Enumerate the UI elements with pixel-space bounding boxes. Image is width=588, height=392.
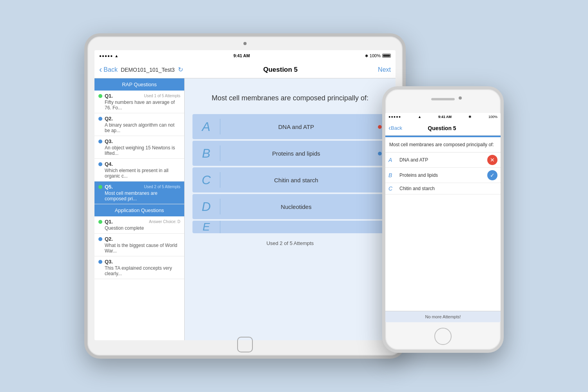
rap-q4-number: Q4. (105, 161, 113, 167)
iphone-time: 9:41 AM (438, 115, 452, 119)
sidebar-item-rap-q5[interactable]: Q5. Used 2 of 5 Attempts Most cell membr… (94, 181, 184, 204)
back-button[interactable]: Back (99, 65, 118, 74)
answer-text-c: Chitin and starch (220, 177, 372, 183)
app-q3-number: Q3. (105, 259, 113, 265)
iphone-screen: ●●●●● ▲ 9:41 AM ✱ 100% ‹ Back Question 5… (385, 113, 501, 322)
iphone-camera (459, 96, 462, 100)
iphone-answer-b[interactable]: B Proteins and lipids ✓ (385, 168, 501, 183)
iphone-answer-text-c: Chitin and starch (399, 186, 497, 191)
answer-letter-e: E (192, 221, 220, 233)
dot-blue-icon (98, 162, 102, 166)
sidebar: RAP Questions Q1. Used 1 of 5 Attempts F… (94, 78, 185, 340)
answer-letter-b: B (192, 146, 220, 161)
ipad-status-bar: ●●●●● ▲ 9:41 AM ✱ 100% (94, 50, 396, 61)
dot-blue-icon (98, 117, 102, 121)
iphone-answer-c[interactable]: C Chitin and starch (385, 183, 501, 194)
iphone-device: ●●●●● ▲ 9:41 AM ✱ 100% ‹ Back Question 5… (382, 86, 504, 353)
wifi-icon: ▲ (114, 54, 118, 58)
battery-icon (382, 54, 391, 58)
rap-q1-number: Q1. (105, 93, 113, 99)
main-question-area: Most cell membranes are composed princip… (185, 78, 396, 340)
rap-q4-text: Which element is present in all organic … (98, 168, 180, 179)
test-title: DEMO101_101_Test3 (121, 67, 175, 73)
sidebar-item-rap-q3[interactable]: Q3. An object weighing 15 Newtons is lif… (94, 136, 184, 159)
app-section-header: Application Questions (94, 204, 184, 216)
iphone-nav-bar: ‹ Back Question 5 (385, 121, 501, 136)
iphone-answer-a[interactable]: A DNA and ATP ✕ (385, 152, 501, 168)
question-nav-title: Question 5 (263, 66, 298, 74)
status-left: ●●●●● ▲ (99, 54, 118, 58)
answer-option-d[interactable]: D Nucleotides (192, 194, 388, 219)
iphone-correct-icon: ✓ (487, 170, 497, 180)
dot-green-icon (98, 185, 102, 189)
rap-q5-number: Q5. (105, 184, 113, 190)
back-chevron-icon (99, 65, 102, 74)
sidebar-item-app-q3[interactable]: Q3. This TA explained concepts very clea… (94, 256, 184, 279)
rap-q1-text: Fifty numbers have an average of 76. Fo.… (98, 100, 180, 111)
iphone-answer-letter-b: B (388, 172, 396, 178)
iphone-answer-letter-c: C (388, 185, 396, 192)
sidebar-item-app-q1[interactable]: Q1. Answer Choice: D Question complete (94, 216, 184, 234)
iphone-answer-text-a: DNA and ATP (399, 157, 484, 163)
iphone-question-text: Most cell membranes are composed princip… (385, 137, 501, 152)
dot-blue-icon (98, 260, 102, 264)
answer-text-b: Proteins and lipids (220, 150, 372, 157)
answer-text-d: Nucleotides (220, 203, 372, 210)
rap-q2-number: Q2. (105, 116, 113, 122)
iphone-speaker (431, 98, 455, 100)
iphone-back-button[interactable]: ‹ Back (388, 124, 402, 132)
rap-q3-text: An object weighing 15 Newtons is lifted.… (98, 145, 180, 156)
app-q1-attempts: Answer Choice: D (149, 220, 180, 224)
ipad-content: RAP Questions Q1. Used 1 of 5 Attempts F… (94, 78, 396, 340)
ipad-device: ●●●●● ▲ 9:41 AM ✱ 100% Back DEMO101_101_… (84, 33, 406, 359)
iphone-back-label: Back (391, 125, 402, 131)
answer-option-b[interactable]: B Proteins and lipids ● (192, 141, 388, 166)
answer-options: A DNA and ATP ● B Proteins and lipids ● (185, 110, 396, 237)
sidebar-item-rap-q2[interactable]: Q2. A binary search algorithm can not be… (94, 113, 184, 136)
sidebar-item-rap-q1[interactable]: Q1. Used 1 of 5 Attempts Fifty numbers h… (94, 91, 184, 113)
attempts-footer: Used 2 of 5 Attempts (185, 237, 396, 249)
iphone-home-button[interactable] (434, 328, 452, 345)
iphone-bluetooth-icon: ✱ (468, 115, 472, 119)
iphone-content: Most cell membranes are composed princip… (385, 136, 501, 311)
ipad-nav-bar: Back DEMO101_101_Test3 ↻ Question 5 Next (94, 61, 396, 78)
rap-q3-number: Q3. (105, 138, 113, 144)
question-text: Most cell membranes are composed princip… (185, 78, 396, 110)
answer-option-e[interactable]: E (192, 221, 388, 233)
answer-letter-a: A (192, 120, 220, 134)
sidebar-item-app-q2[interactable]: Q2. What is the biggest cause of World W… (94, 234, 184, 256)
rap-q1-attempts: Used 1 of 5 Attempts (144, 94, 180, 98)
dot-green-icon (98, 94, 102, 98)
iphone-question-title: Question 5 (428, 125, 456, 131)
iphone-wrong-icon: ✕ (487, 155, 497, 165)
iphone-status-bar: ●●●●● ▲ 9:41 AM ✱ 100% (385, 113, 501, 121)
ipad-camera (243, 42, 247, 45)
rap-q2-text: A binary search algorithm can not be ap.… (98, 122, 180, 133)
app-q1-text: Question complete (98, 225, 180, 231)
answer-option-c[interactable]: C Chitin and starch (192, 167, 388, 192)
signal-dots: ●●●●● (99, 54, 113, 58)
iphone-footer: No more Attempts! (385, 311, 501, 322)
app-q2-number: Q2. (105, 236, 113, 242)
ipad-screen: ●●●●● ▲ 9:41 AM ✱ 100% Back DEMO101_101_… (94, 50, 396, 340)
status-right: ✱ 100% (365, 53, 391, 58)
app-q1-number: Q1. (105, 219, 113, 225)
bluetooth-icon: ✱ (365, 54, 368, 58)
ipad-home-button[interactable] (237, 337, 253, 352)
reload-icon[interactable]: ↻ (178, 66, 183, 73)
iphone-wifi-icon: ▲ (418, 115, 421, 119)
app-q3-text: This TA explained concepts very clearly.… (98, 265, 180, 276)
iphone-answer-letter-a: A (388, 157, 396, 163)
dot-blue-icon (98, 237, 102, 241)
iphone-signal: ●●●●● (388, 115, 401, 119)
answer-text-a: DNA and ATP (220, 123, 372, 130)
ipad-time: 9:41 AM (234, 53, 250, 58)
iphone-answer-text-b: Proteins and lipids (399, 172, 484, 178)
next-button[interactable]: Next (378, 66, 391, 73)
battery-pct: 100% (370, 53, 381, 58)
back-label: Back (103, 66, 118, 73)
app-q2-text: What is the biggest cause of World War..… (98, 243, 180, 254)
answer-option-a[interactable]: A DNA and ATP ● (192, 114, 388, 139)
answer-divider (220, 221, 220, 233)
sidebar-item-rap-q4[interactable]: Q4. Which element is present in all orga… (94, 159, 184, 181)
